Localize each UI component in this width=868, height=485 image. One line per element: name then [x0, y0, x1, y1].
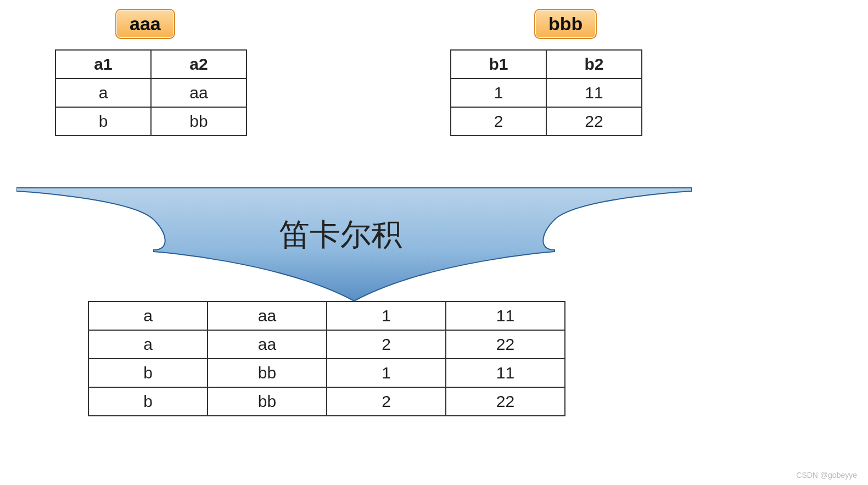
table-cell: a — [55, 79, 151, 107]
table-cell: 1 — [327, 359, 446, 387]
table-a-header: a1 — [55, 50, 151, 79]
table-b-header-row: b1 b2 — [451, 50, 642, 79]
table-a-title-pill: aaa — [115, 9, 175, 39]
table-row: b bb 1 11 — [88, 359, 565, 387]
table-b-header: b1 — [451, 50, 546, 79]
table-cell: bb — [151, 107, 247, 136]
table-cell: 11 — [446, 359, 565, 387]
table-cell: 22 — [546, 107, 642, 136]
table-cell: aa — [208, 302, 327, 330]
table-cell: aa — [208, 330, 327, 359]
watermark-text: CSDN @gobeyye — [796, 471, 857, 480]
table-a-header-row: a1 a2 — [55, 50, 247, 79]
table-row: b bb 2 22 — [88, 387, 565, 416]
table-cell: a — [88, 330, 208, 359]
table-b: b1 b2 1 11 2 22 — [450, 49, 642, 136]
table-cell: bb — [208, 359, 327, 387]
table-cell: b — [55, 107, 151, 136]
table-cell: a — [88, 302, 208, 330]
table-cell: 2 — [451, 107, 546, 136]
table-row: 1 11 — [451, 79, 642, 107]
table-cell: 2 — [327, 387, 446, 416]
table-cell: b — [88, 387, 208, 416]
table-a-header: a2 — [151, 50, 247, 79]
table-cell: 22 — [446, 330, 565, 359]
arrow-label: 笛卡尔积 — [231, 214, 450, 256]
table-cell: aa — [151, 79, 247, 107]
table-row: a aa 1 11 — [88, 302, 565, 330]
table-row: 2 22 — [451, 107, 642, 136]
table-cell: bb — [208, 387, 327, 416]
table-cell: 2 — [327, 330, 446, 359]
table-cell: 11 — [546, 79, 642, 107]
table-a: a1 a2 a aa b bb — [55, 49, 247, 136]
table-b-title-pill: bbb — [534, 9, 597, 39]
table-row: b bb — [55, 107, 247, 136]
table-cell: 1 — [451, 79, 546, 107]
table-cell: 22 — [446, 387, 565, 416]
table-cell: b — [88, 359, 208, 387]
table-cell: 11 — [446, 302, 565, 330]
table-row: a aa — [55, 79, 247, 107]
result-table: a aa 1 11 a aa 2 22 b bb 1 11 b bb 2 22 — [88, 301, 565, 416]
table-b-header: b2 — [546, 50, 642, 79]
table-row: a aa 2 22 — [88, 330, 565, 359]
table-cell: 1 — [327, 302, 446, 330]
